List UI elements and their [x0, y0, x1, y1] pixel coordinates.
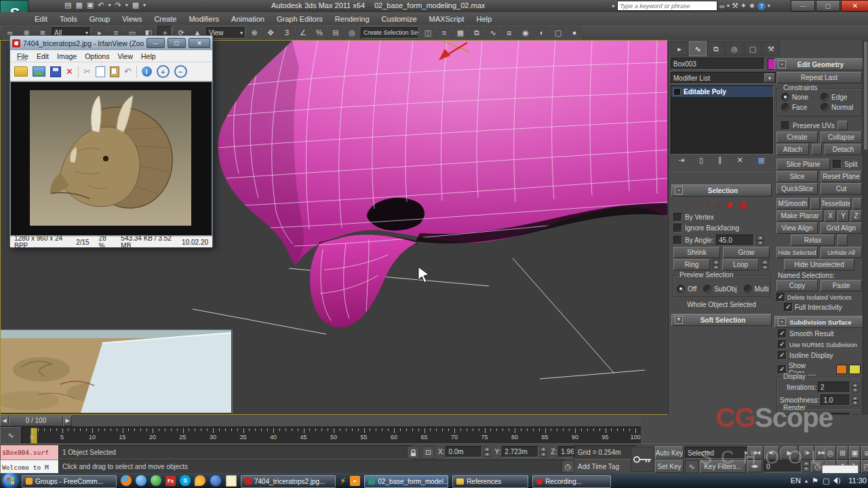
hide-unselected-button[interactable]: Hide Unselected: [784, 259, 854, 270]
vertex-mode-icon[interactable]: [696, 200, 701, 209]
search-dropdown-icon[interactable]: [727, 3, 730, 9]
grid-align-button[interactable]: Grid Align: [821, 222, 862, 234]
restore-button[interactable]: [816, 0, 840, 12]
preview-off-radio[interactable]: [677, 285, 685, 293]
use-pivot-center-icon[interactable]: [247, 26, 262, 40]
irfanview-menu-image[interactable]: Image: [53, 50, 81, 62]
tab-display-icon[interactable]: [744, 41, 762, 56]
tab-modify-icon[interactable]: [689, 41, 707, 56]
zoom-all-icon[interactable]: [837, 446, 848, 460]
set-keys-button[interactable]: [631, 447, 654, 472]
infocenter-expand-icon[interactable]: [612, 3, 615, 9]
help-icon[interactable]: [757, 2, 766, 10]
search-input[interactable]: [617, 1, 717, 11]
soft-selection-rollout-header[interactable]: + Soft Selection: [671, 314, 772, 326]
menu-rendering[interactable]: Rendering: [329, 12, 376, 25]
maxscript-mini-listener[interactable]: $Box004.surf: [0, 445, 60, 460]
loop-spinner[interactable]: [762, 260, 768, 270]
object-name-field[interactable]: Box003: [671, 58, 765, 70]
menu-help[interactable]: Help: [471, 12, 498, 25]
edit-named-selections-icon[interactable]: [344, 26, 359, 40]
preserve-uvs-checkbox[interactable]: [781, 121, 790, 130]
zoom-extents-all-icon[interactable]: [861, 446, 868, 460]
graphite-ribbon-icon[interactable]: [469, 26, 484, 40]
tab-motion-icon[interactable]: [726, 41, 743, 56]
delete-isolated-checkbox[interactable]: [776, 293, 785, 302]
relax-settings-button[interactable]: [837, 235, 848, 246]
by-vertex-checkbox[interactable]: [673, 213, 682, 222]
editable-poly-model[interactable]: [218, 41, 667, 327]
by-angle-checkbox[interactable]: [673, 236, 682, 245]
by-angle-spinner[interactable]: [757, 235, 764, 245]
default-in-out-tangents-button[interactable]: [685, 460, 698, 473]
make-planar-button[interactable]: Make Planar: [776, 210, 823, 222]
speaker-icon[interactable]: ): [833, 477, 840, 484]
modifier-stack[interactable]: Editable Poly: [671, 85, 774, 155]
full-interactivity-checkbox[interactable]: [784, 303, 793, 312]
selection-lock-toggle[interactable]: [407, 446, 420, 459]
axis-y-button[interactable]: Y: [837, 210, 849, 222]
shrink-button[interactable]: Shrink: [673, 247, 720, 258]
constraint-none-radio[interactable]: [781, 93, 789, 101]
tab-hierarchy-icon[interactable]: [707, 41, 725, 56]
panel-scrollbar[interactable]: [863, 40, 868, 443]
stack-item-editable-poly[interactable]: Editable Poly: [671, 86, 773, 97]
slideshow-icon[interactable]: [33, 66, 45, 77]
clock[interactable]: 11:30: [848, 476, 867, 485]
undo-dropdown-icon[interactable]: [108, 2, 111, 8]
quickslice-button[interactable]: QuickSlice: [776, 183, 818, 195]
favorites-star-icon[interactable]: [749, 1, 755, 10]
taskbar-button-max[interactable]: 02_base_form_model...: [364, 475, 448, 488]
mini-curve-editor-button[interactable]: [0, 427, 22, 444]
hide-selected-button[interactable]: Hide Selected: [776, 247, 818, 258]
language-indicator[interactable]: EN: [791, 476, 801, 485]
maxscript-listener-white[interactable]: Welcome to M: [0, 460, 60, 474]
copy-icon[interactable]: [96, 66, 105, 77]
align-icon[interactable]: [437, 26, 452, 40]
constraint-face-radio[interactable]: [781, 103, 789, 111]
modifier-list-dropdown[interactable]: Modifier List: [671, 72, 778, 84]
create-button[interactable]: Create: [776, 131, 818, 143]
menu-maxscript[interactable]: MAXScript: [423, 12, 471, 25]
network-icon[interactable]: [823, 476, 829, 485]
lightning-icon[interactable]: ⚡: [340, 476, 346, 486]
y-spinner[interactable]: [540, 447, 547, 457]
schematic-view-icon[interactable]: [502, 26, 517, 40]
select-manipulate-icon[interactable]: [263, 26, 278, 40]
menu-tools[interactable]: Tools: [54, 12, 83, 25]
tab-create-icon[interactable]: [671, 41, 688, 56]
constraint-edge-radio[interactable]: [821, 93, 829, 101]
slice-plane-button[interactable]: Slice Plane: [776, 159, 830, 170]
reset-plane-button[interactable]: Reset Plane: [821, 171, 862, 182]
irfanview-maximize-button[interactable]: [167, 38, 186, 48]
time-slider-right-arrow[interactable]: ▶: [63, 415, 72, 426]
y-coordinate-field[interactable]: 2.723m: [502, 446, 538, 458]
mirror-icon[interactable]: [420, 26, 435, 40]
undo-gray-icon[interactable]: [124, 66, 132, 77]
close-button[interactable]: [841, 0, 868, 12]
zoom-out-icon[interactable]: −: [174, 65, 187, 78]
zoom-in-icon[interactable]: +: [157, 65, 170, 78]
irfanview-menu-options[interactable]: Options: [81, 50, 113, 62]
display-smoothness-spinner[interactable]: [852, 396, 859, 405]
zoom-extents-icon[interactable]: [849, 446, 861, 460]
open-folder-icon[interactable]: [14, 66, 28, 77]
display-iterations-spinner[interactable]: [852, 383, 859, 392]
tessellate-settings-button[interactable]: [852, 198, 862, 209]
redo-icon[interactable]: [115, 1, 121, 9]
menu-create[interactable]: Create: [148, 12, 182, 25]
cut-button[interactable]: Cut: [821, 183, 862, 195]
time-slider-handle[interactable]: 0 / 100: [9, 415, 63, 426]
auto-key-button[interactable]: Auto Key: [655, 446, 684, 460]
minimize-button[interactable]: [791, 0, 815, 12]
smooth-result-checkbox[interactable]: [778, 329, 787, 338]
help-dropdown-icon[interactable]: [768, 3, 770, 9]
preview-multi-radio[interactable]: [744, 285, 752, 293]
search-icon[interactable]: [719, 2, 725, 10]
use-nurms-checkbox[interactable]: [778, 340, 787, 349]
filezilla-icon[interactable]: Fz: [165, 476, 176, 486]
by-angle-field[interactable]: 45.0: [716, 235, 754, 246]
selection-rollout-header[interactable]: - Selection: [671, 184, 772, 197]
render-production-icon[interactable]: [567, 26, 582, 40]
percent-snap-icon[interactable]: [312, 26, 327, 40]
